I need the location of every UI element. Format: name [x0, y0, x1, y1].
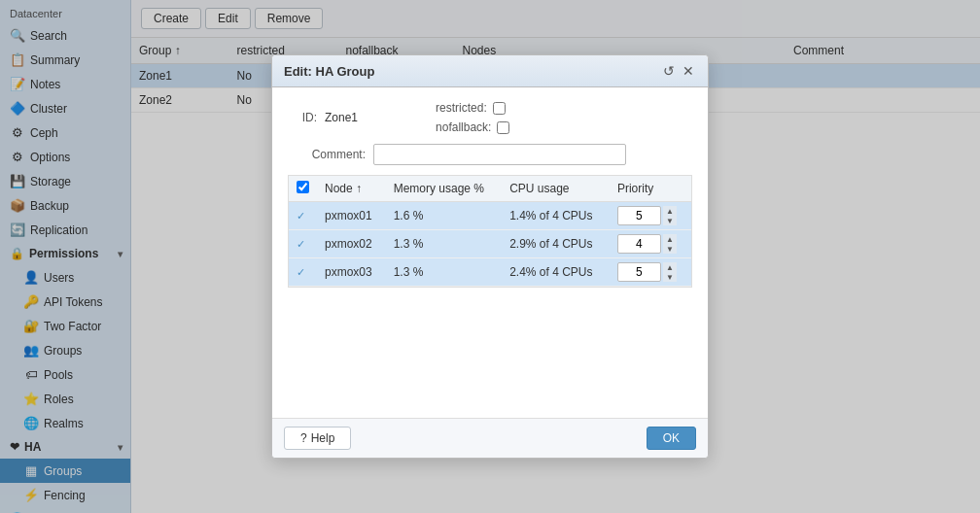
table-row[interactable]: ✓ pxmox02 1.3 % 2.9% of 4 CPUs ▲ ▼: [289, 230, 691, 258]
check-icon: ✓: [297, 210, 305, 222]
cpu-usage: 1.4% of 4 CPUs: [502, 202, 610, 230]
row-checkbox-cell: ✓: [289, 230, 317, 258]
help-icon: ?: [300, 431, 307, 445]
id-label: ID:: [288, 111, 317, 124]
help-label: Help: [311, 431, 335, 445]
col-checkbox-header: [289, 176, 317, 202]
priority-cell: ▲ ▼: [610, 230, 691, 258]
table-row[interactable]: ✓ pxmox01 1.6 % 1.4% of 4 CPUs ▲ ▼: [289, 202, 691, 230]
memory-usage: 1.6 %: [386, 202, 502, 230]
check-icon: ✓: [297, 266, 305, 278]
col-priority[interactable]: Priority: [610, 176, 691, 202]
restricted-label: restricted:: [436, 101, 487, 115]
modal-title: Edit: HA Group: [284, 64, 374, 79]
row-checkbox-cell: ✓: [289, 258, 317, 287]
priority-input[interactable]: [617, 206, 661, 225]
modal-close-button[interactable]: ✕: [681, 63, 696, 79]
col-memory[interactable]: Memory usage %: [386, 176, 502, 202]
help-button[interactable]: ? Help: [284, 427, 351, 450]
modal-overlay: Edit: HA Group ↺ ✕ ID: Zone1 restricted:: [0, 0, 980, 513]
priority-up[interactable]: ▲: [663, 234, 677, 244]
table-row[interactable]: ✓ pxmox03 1.3 % 2.4% of 4 CPUs ▲ ▼: [289, 258, 691, 287]
nofallback-checkbox[interactable]: [497, 121, 509, 134]
node-table: Node ↑ Memory usage % CPU usage Priority…: [289, 176, 691, 287]
modal-refresh-button[interactable]: ↺: [661, 63, 677, 79]
node-table-container: Node ↑ Memory usage % CPU usage Priority…: [288, 175, 692, 288]
col-cpu[interactable]: CPU usage: [502, 176, 610, 202]
check-icon: ✓: [297, 238, 305, 250]
priority-up[interactable]: ▲: [663, 206, 677, 216]
row-checkbox-cell: ✓: [289, 202, 317, 230]
priority-cell: ▲ ▼: [610, 202, 691, 230]
modal-body: ID: Zone1 restricted: nofallback: Commen: [272, 87, 708, 418]
cpu-usage: 2.9% of 4 CPUs: [502, 230, 610, 258]
modal-footer: ? Help OK: [272, 418, 708, 458]
priority-input[interactable]: [617, 262, 661, 282]
modal-header-actions: ↺ ✕: [661, 63, 696, 79]
priority-up[interactable]: ▲: [663, 262, 677, 272]
node-name: pxmox02: [317, 230, 386, 258]
nofallback-label: nofallback:: [436, 120, 491, 134]
node-name: pxmox01: [317, 202, 386, 230]
select-all-checkbox[interactable]: [297, 181, 309, 193]
priority-input[interactable]: [617, 234, 661, 254]
id-value: Zone1: [325, 111, 358, 124]
priority-down[interactable]: ▼: [663, 272, 677, 282]
cpu-usage: 2.4% of 4 CPUs: [502, 258, 610, 287]
memory-usage: 1.3 %: [386, 258, 502, 287]
memory-usage: 1.3 %: [386, 230, 502, 258]
ok-button[interactable]: OK: [647, 427, 696, 450]
comment-input[interactable]: [373, 144, 626, 165]
col-node[interactable]: Node ↑: [317, 176, 386, 202]
node-name: pxmox03: [317, 258, 386, 287]
comment-label: Comment:: [288, 148, 366, 161]
restricted-checkbox[interactable]: [493, 102, 506, 115]
edit-ha-group-modal: Edit: HA Group ↺ ✕ ID: Zone1 restricted:: [271, 54, 709, 459]
priority-cell: ▲ ▼: [610, 258, 691, 287]
modal-header: Edit: HA Group ↺ ✕: [272, 55, 708, 87]
empty-area: [288, 288, 692, 404]
priority-down[interactable]: ▼: [663, 216, 677, 225]
priority-down[interactable]: ▼: [663, 244, 677, 254]
